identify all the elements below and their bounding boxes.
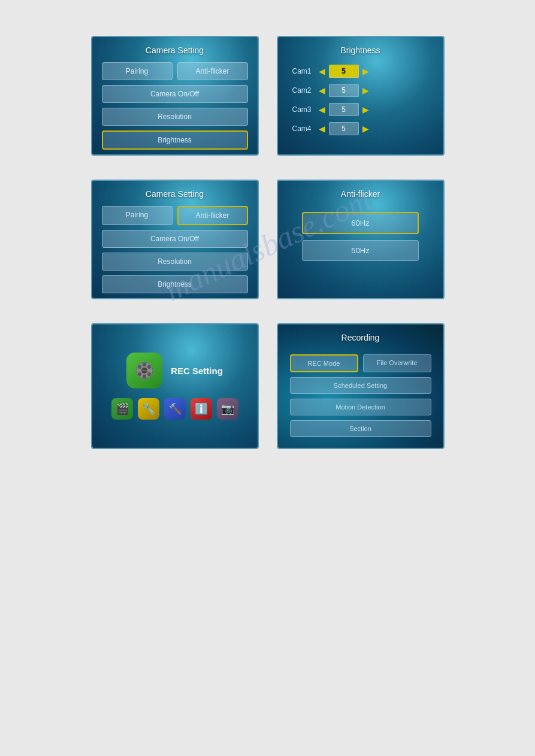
antiflicker-content: Anti-flicker 60Hz 50Hz [278, 181, 443, 298]
bottom-icon-rec[interactable]: 🎬 [111, 398, 133, 420]
bottom-icon-tools[interactable]: 🔧 [138, 398, 159, 420]
camera-onoff-button-2[interactable]: Camera On/Off [102, 230, 248, 248]
camera-setting-grid-1: Pairing Anti-flicker Camera On/Off Resol… [102, 62, 248, 150]
rec-setting-content: REC Setting 🎬 🔧 🔨 ℹ️ 📷 [92, 324, 258, 448]
rec-setting-label: REC Setting [171, 366, 223, 376]
rec-icon-area: REC Setting [126, 353, 223, 388]
brightness-button-1[interactable]: Brightness [102, 130, 248, 150]
pairing-button-1[interactable]: Pairing [102, 62, 173, 80]
camera-setting-title-2: Camera Setting [146, 189, 204, 199]
bottom-icon-cam[interactable]: 📷 [217, 398, 238, 420]
rec-main-icon [126, 353, 162, 388]
camera-onoff-button-1[interactable]: Camera On/Off [102, 85, 248, 103]
recording-title: Recording [341, 333, 380, 342]
brightness-title: Brightness [340, 45, 380, 55]
file-overwrite-btn[interactable]: File Overwrite [363, 354, 431, 372]
camera-setting-grid-2: Pairing Anti-flicker Camera On/Off Resol… [102, 206, 248, 293]
cam1-row: Cam1 ◀ 5 ▶ [288, 65, 434, 78]
cam2-row: Cam2 ◀ 5 ▶ [288, 84, 434, 97]
cam4-decrease[interactable]: ◀ [318, 124, 327, 133]
cam4-increase[interactable]: ▶ [361, 124, 370, 133]
recording-content: Recording REC Mode File Overwrite Schedu… [278, 324, 443, 448]
scheduled-setting-btn[interactable]: Scheduled Setting [290, 377, 431, 394]
cam1-label: Cam1 [288, 67, 312, 75]
cam1-value: 5 [329, 65, 359, 78]
cam1-control: ◀ 5 ▶ [318, 65, 434, 78]
cam1-decrease[interactable]: ◀ [318, 66, 327, 76]
row-2: Camera Setting Pairing Anti-flicker Came… [12, 180, 523, 299]
brightness-button-2[interactable]: Brightness [102, 275, 248, 293]
recording-grid: REC Mode File Overwrite Scheduled Settin… [290, 354, 431, 437]
cam4-control: ◀ 5 ▶ [318, 122, 434, 135]
resolution-button-1[interactable]: Resolution [102, 108, 248, 126]
cam3-decrease[interactable]: ◀ [318, 105, 327, 114]
cam4-value: 5 [329, 122, 359, 135]
cam2-label: Cam2 [288, 86, 312, 95]
cam3-label: Cam3 [288, 105, 312, 114]
camera-setting-panel-1: Camera Setting Pairing Anti-flicker Came… [91, 36, 259, 156]
svg-point-2 [143, 363, 146, 366]
row-1: Camera Setting Pairing Anti-flicker Came… [12, 36, 523, 156]
camera-setting-title-1: Camera Setting [146, 45, 204, 55]
bottom-icon-info[interactable]: ℹ️ [191, 398, 212, 420]
cam3-value: 5 [329, 103, 359, 116]
recording-panel: Recording REC Mode File Overwrite Schedu… [277, 323, 445, 449]
row-3: REC Setting 🎬 🔧 🔨 ℹ️ 📷 Recording REC Mod… [12, 323, 523, 449]
svg-point-5 [147, 365, 151, 369]
brightness-panel-1: Brightness Cam1 ◀ 5 ▶ Cam2 ◀ [277, 36, 445, 156]
cam4-row: Cam4 ◀ 5 ▶ [288, 122, 434, 135]
cam3-control: ◀ 5 ▶ [318, 103, 434, 116]
cam2-control: ◀ 5 ▶ [318, 84, 434, 97]
motion-detection-btn[interactable]: Motion Detection [290, 399, 431, 415]
pairing-button-2[interactable]: Pairing [102, 206, 173, 225]
page-container: Camera Setting Pairing Anti-flicker Came… [0, 0, 535, 756]
rec-bottom-icons: 🎬 🔧 🔨 ℹ️ 📷 [111, 398, 238, 420]
brightness-rows: Cam1 ◀ 5 ▶ Cam2 ◀ 5 ▶ [288, 65, 434, 135]
section-btn[interactable]: Section [290, 420, 431, 437]
freq-50hz-btn[interactable]: 50Hz [302, 240, 419, 261]
panel-content-1: Camera Setting Pairing Anti-flicker Came… [92, 37, 258, 154]
antiflicker-options: 60Hz 50Hz [302, 212, 419, 261]
cam2-decrease[interactable]: ◀ [318, 86, 327, 95]
brightness-panel-content: Brightness Cam1 ◀ 5 ▶ Cam2 ◀ [278, 37, 443, 154]
cam2-increase[interactable]: ▶ [361, 86, 370, 95]
antiflicker-button-2[interactable]: Anti-flicker [177, 206, 248, 225]
svg-point-3 [143, 375, 146, 378]
film-reel-icon [134, 360, 155, 381]
antiflicker-panel: Anti-flicker 60Hz 50Hz [277, 180, 445, 299]
freq-60hz-btn[interactable]: 60Hz [302, 212, 419, 234]
antiflicker-button-1[interactable]: Anti-flicker [177, 62, 248, 80]
bottom-icon-wrench[interactable]: 🔨 [164, 398, 186, 420]
rec-mode-btn[interactable]: REC Mode [290, 354, 358, 372]
cam3-increase[interactable]: ▶ [361, 105, 370, 114]
antiflicker-title: Anti-flicker [341, 189, 380, 199]
panel-content-2: Camera Setting Pairing Anti-flicker Came… [92, 181, 258, 298]
camera-setting-panel-2: Camera Setting Pairing Anti-flicker Came… [91, 180, 259, 299]
cam4-label: Cam4 [288, 125, 312, 133]
cam3-row: Cam3 ◀ 5 ▶ [288, 103, 434, 116]
cam1-increase[interactable]: ▶ [361, 66, 370, 76]
cam2-value: 5 [329, 84, 359, 97]
rec-setting-panel: REC Setting 🎬 🔧 🔨 ℹ️ 📷 [91, 323, 259, 449]
svg-point-6 [138, 372, 141, 376]
resolution-button-2[interactable]: Resolution [102, 253, 248, 271]
